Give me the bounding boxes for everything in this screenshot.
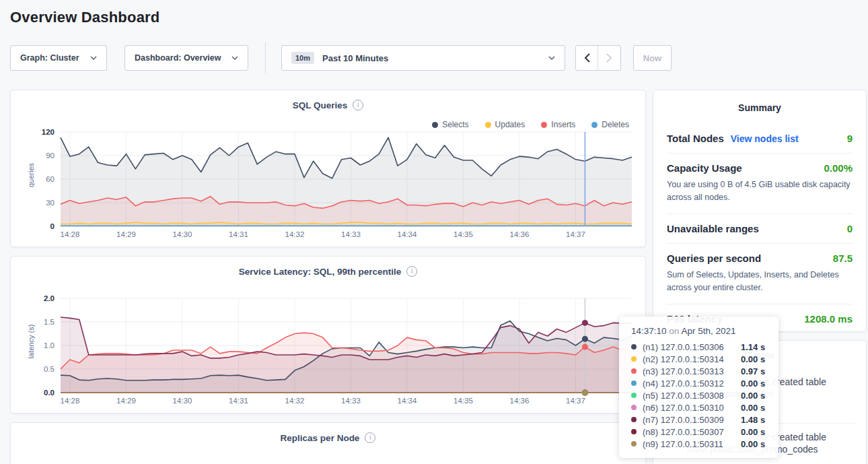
latency-value: 0.00 s — [741, 427, 765, 437]
sql-queries-plot-area[interactable]: 030609012014:2814:2914:3014:3114:3214:33… — [23, 128, 636, 241]
node-address: (n9) 127.0.0.1:50311 — [643, 439, 741, 449]
series-color-dot — [631, 380, 637, 386]
chart-title-service-latency: Service Latency: SQL, 99th percentile — [239, 267, 402, 277]
info-icon[interactable]: i — [365, 432, 375, 443]
series-color-dot — [631, 441, 637, 446]
svg-text:14:32: 14:32 — [285, 397, 305, 405]
queries-per-second-label: Queries per second — [667, 253, 761, 264]
chevron-down-icon — [90, 56, 97, 60]
latency-value: 1.48 s — [741, 415, 765, 425]
tooltip-row: (n4) 127.0.0.1:503120.00 s — [631, 377, 769, 389]
tooltip-row: (n1) 127.0.0.1:503061.14 s — [631, 341, 769, 353]
queries-per-second-description: Sum of Selects, Updates, Inserts, and De… — [667, 269, 853, 295]
legend-dot — [541, 122, 547, 128]
svg-text:14:37: 14:37 — [566, 397, 585, 405]
time-next-button[interactable] — [598, 46, 620, 70]
graph-dropdown[interactable]: Graph: Cluster — [10, 45, 107, 71]
total-nodes-value: 9 — [847, 133, 853, 144]
node-address: (n5) 127.0.0.1:50308 — [643, 391, 741, 401]
capacity-usage-value: 0.00% — [824, 162, 853, 174]
svg-text:1.0: 1.0 — [44, 341, 55, 350]
series-color-dot — [631, 356, 637, 362]
svg-text:14:33: 14:33 — [341, 397, 361, 405]
summary-row-total-nodes: Total Nodes View nodes list 9 — [667, 124, 853, 153]
latency-value: 0.97 s — [741, 366, 765, 376]
graph-dropdown-label: Graph: Cluster — [20, 53, 79, 63]
node-address: (n6) 127.0.0.1:50310 — [643, 403, 741, 413]
svg-text:14:34: 14:34 — [398, 397, 417, 405]
svg-text:14:35: 14:35 — [454, 397, 473, 405]
chevron-right-icon — [606, 53, 612, 63]
svg-text:14:33: 14:33 — [341, 230, 361, 238]
series-color-dot — [631, 344, 637, 350]
tooltip-rows: (n1) 127.0.0.1:503061.14 s(n2) 127.0.0.1… — [631, 341, 769, 450]
chart-title-replicas-per-node: Replicas per Node — [281, 433, 360, 443]
total-nodes-label: Total Nodes — [667, 133, 724, 144]
chart-canvas: 030609012014:2814:2914:3014:3114:3214:33… — [23, 128, 636, 241]
node-address: (n3) 127.0.0.1:50313 — [643, 366, 741, 376]
highlight-dot — [582, 390, 588, 396]
series-color-dot — [631, 368, 637, 374]
page-title: Overview Dashboard — [10, 9, 159, 26]
chart-title-sql-queries: SQL Queries — [293, 100, 348, 110]
svg-text:14:36: 14:36 — [510, 397, 530, 405]
svg-text:60: 60 — [46, 175, 55, 183]
tooltip-row: (n9) 127.0.0.1:503110.00 s — [631, 438, 769, 450]
svg-text:14:28: 14:28 — [61, 230, 80, 238]
svg-text:14:36: 14:36 — [510, 230, 530, 238]
series-color-dot — [631, 417, 637, 422]
latency-value: 1.14 s — [741, 342, 765, 352]
svg-text:0.5: 0.5 — [44, 365, 55, 373]
latency-value: 0.00 s — [741, 439, 765, 449]
tooltip-row: (n5) 127.0.0.1:503080.00 s — [631, 389, 769, 401]
svg-text:90: 90 — [46, 152, 55, 160]
capacity-usage-label: Capacity Usage — [667, 162, 742, 174]
dashboard-dropdown-label: Dashboard: Overview — [135, 53, 221, 63]
latency-value: 0.00 s — [741, 403, 765, 413]
toolbar: Graph: Cluster Dashboard: Overview 10m P… — [0, 45, 868, 72]
highlight-dot — [582, 344, 588, 350]
svg-text:14:31: 14:31 — [229, 230, 248, 238]
svg-text:14:34: 14:34 — [398, 230, 417, 238]
chart-tooltip: 14:37:10 on Apr 5th, 2021 (n1) 127.0.0.1… — [619, 317, 779, 458]
summary-row-queries-per-second: Queries per second 87.5 Sum of Selects, … — [667, 244, 853, 304]
tooltip-row: (n3) 127.0.0.1:503130.97 s — [631, 365, 769, 377]
series-color-dot — [631, 405, 637, 410]
tooltip-row: (n2) 127.0.0.1:503140.00 s — [631, 353, 769, 365]
latency-value: 0.00 s — [741, 391, 765, 401]
legend-dot — [485, 122, 491, 128]
node-address: (n8) 127.0.0.1:50307 — [643, 427, 741, 437]
service-latency-plot-area[interactable]: 0.00.51.01.52.014:2814:2914:3014:3114:32… — [23, 294, 636, 407]
svg-text:30: 30 — [46, 199, 55, 207]
svg-text:14:28: 14:28 — [61, 397, 80, 405]
svg-text:14:32: 14:32 — [285, 230, 305, 238]
svg-text:1.5: 1.5 — [44, 318, 55, 326]
now-button[interactable]: Now — [633, 45, 672, 71]
node-address: (n2) 127.0.0.1:50314 — [643, 354, 741, 364]
latency-value: 0.00 s — [741, 378, 765, 389]
highlight-dot — [582, 320, 588, 326]
time-range-badge: 10m — [291, 52, 314, 64]
svg-text:14:30: 14:30 — [173, 397, 192, 405]
summary-card: Summary Total Nodes View nodes list 9 Ca… — [653, 90, 867, 332]
highlight-dot — [582, 336, 588, 342]
tooltip-timestamp: 14:37:10 on Apr 5th, 2021 — [631, 326, 769, 336]
p99-latency-value: 1208.0 ms — [804, 313, 853, 325]
info-icon[interactable]: i — [353, 100, 363, 110]
queries-per-second-value: 87.5 — [833, 253, 853, 264]
info-icon[interactable]: i — [406, 266, 417, 277]
time-range-selector[interactable]: 10m Past 10 Minutes — [281, 45, 565, 71]
summary-row-capacity-usage: Capacity Usage 0.00% You are using 0 B o… — [667, 154, 853, 213]
svg-text:14:29: 14:29 — [116, 397, 136, 405]
chevron-down-icon — [231, 56, 238, 60]
chevron-down-icon — [548, 56, 555, 60]
chart-canvas: 0.00.51.01.52.014:2814:2914:3014:3114:32… — [23, 294, 636, 407]
svg-text:0.0: 0.0 — [44, 389, 55, 397]
unavailable-ranges-label: Unavailable ranges — [667, 223, 759, 234]
series-color-dot — [631, 393, 637, 398]
view-nodes-list-link[interactable]: View nodes list — [731, 133, 799, 144]
time-prev-button[interactable] — [576, 46, 598, 70]
latency-value: 0.00 s — [741, 354, 765, 364]
dashboard-dropdown[interactable]: Dashboard: Overview — [124, 45, 248, 71]
legend-dot — [432, 122, 438, 128]
